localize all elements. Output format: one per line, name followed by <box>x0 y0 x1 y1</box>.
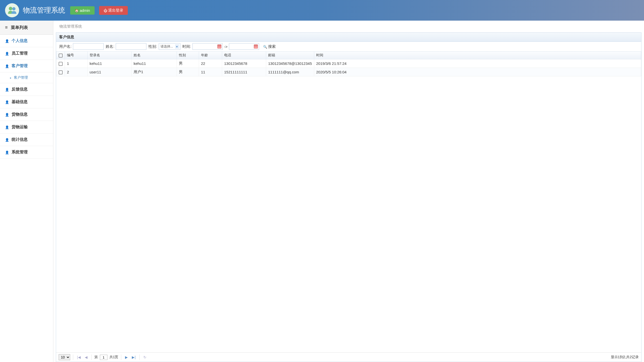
sidebar-item-label: 员工管理 <box>12 51 28 56</box>
col-header[interactable]: 编号 <box>65 52 88 59</box>
cell-phone: 13012345678 <box>222 59 266 68</box>
refresh-button[interactable]: ↻ <box>142 355 147 359</box>
username-input[interactable] <box>73 43 104 50</box>
cell-email: 13012345678@13012345 <box>266 59 314 68</box>
svg-point-1 <box>12 7 16 11</box>
user-icon <box>5 112 9 117</box>
first-page-button[interactable]: |◀ <box>76 355 82 359</box>
cell-time: 2019/3/6 21:57:24 <box>314 59 641 68</box>
col-header[interactable]: 年龄 <box>199 52 222 59</box>
sidebar-item-feedback[interactable]: 反馈信息 <box>0 83 53 96</box>
table-container: 编号 登录名 姓名 性别 年龄 电话 邮箱 时间 1kehu11kehu11男2… <box>56 51 641 352</box>
page-number-input[interactable] <box>100 355 107 360</box>
separator <box>91 354 92 360</box>
panel-title: 客户信息 <box>56 33 641 42</box>
cell-num: 2 <box>65 68 88 76</box>
user-icon <box>5 51 9 56</box>
sidebar-title: 菜单列表 <box>11 25 28 30</box>
col-header[interactable]: 电话 <box>222 52 266 59</box>
date-from-input[interactable] <box>192 43 223 50</box>
chevron-down-icon: ▾ <box>175 44 179 49</box>
gender-select[interactable]: 请选择... ▾ <box>159 43 180 50</box>
search-label: 搜索 <box>268 44 276 49</box>
app-logo <box>5 3 19 17</box>
main-content: 物流管理系统 客户信息 用户名: 姓名: 性别: 请选择... ▾ 时间: <box>53 21 644 362</box>
user-icon <box>5 138 9 142</box>
table-row[interactable]: 1kehu11kehu11男221301234567813012345678@1… <box>56 59 641 68</box>
sidebar-item-label: 统计信息 <box>12 137 28 142</box>
prev-page-button[interactable]: ◀ <box>84 355 89 359</box>
sidebar-item-label: 货物运输 <box>12 124 28 130</box>
svg-point-0 <box>9 7 12 10</box>
sidebar-item-label: 个人信息 <box>12 38 28 43</box>
sidebar-item-personal[interactable]: 个人信息 <box>0 35 53 47</box>
customer-table: 编号 登录名 姓名 性别 年龄 电话 邮箱 时间 1kehu11kehu11男2… <box>56 51 641 76</box>
col-header[interactable]: 性别 <box>177 52 199 59</box>
sidebar-item-transport[interactable]: 货物运输 <box>0 121 53 133</box>
cell-age: 22 <box>199 59 222 68</box>
search-icon <box>263 44 267 49</box>
sidebar-item-label: 基础信息 <box>12 99 28 105</box>
sidebar-item-stats[interactable]: 统计信息 <box>0 133 53 146</box>
pager-summary: 显示1到2,共2记录 <box>611 355 639 359</box>
sidebar-item-basic[interactable]: 基础信息 <box>0 96 53 108</box>
search-button[interactable]: 搜索 <box>263 44 276 49</box>
filter-bar: 用户名: 姓名: 性别: 请选择... ▾ 时间: -> <box>56 42 641 51</box>
cell-name: kehu11 <box>132 59 177 68</box>
admin-label: admin <box>80 8 90 13</box>
select-all-checkbox[interactable] <box>59 54 63 58</box>
page-prefix: 第 <box>94 355 98 359</box>
user-icon <box>5 87 9 92</box>
sidebar-header: 菜单列表 <box>0 21 53 35</box>
gender-label: 性别: <box>148 44 157 49</box>
home-icon <box>75 8 79 13</box>
name-input[interactable] <box>116 43 146 50</box>
separator <box>73 354 73 360</box>
pagination-bar: 10 |◀ ◀ 第 共1页 ▶ ▶| ↻ <box>56 352 641 362</box>
col-header[interactable]: 时间 <box>314 52 641 59</box>
col-header[interactable]: 姓名 <box>132 52 177 59</box>
cell-login: user11 <box>88 68 132 76</box>
date-to-input[interactable] <box>229 43 259 50</box>
cell-time: 2020/5/5 10:26:04 <box>314 68 641 76</box>
user-icon <box>5 125 9 129</box>
logout-button[interactable]: 退出登录 <box>99 6 128 15</box>
cell-phone: 15211111111 <box>222 68 266 76</box>
separator <box>121 354 121 360</box>
last-page-button[interactable]: ▶| <box>131 355 137 359</box>
calendar-icon <box>217 44 221 49</box>
cell-gender: 男 <box>177 59 199 68</box>
sidebar-item-employee[interactable]: 员工管理 <box>0 47 53 60</box>
page-total: 共1页 <box>109 355 118 359</box>
cell-name: 用户1 <box>132 68 177 76</box>
sidebar-item-system[interactable]: 系统管理 <box>0 146 53 159</box>
sidebar-item-goods[interactable]: 货物信息 <box>0 108 53 121</box>
calendar-icon <box>254 44 258 49</box>
cell-age: 11 <box>199 68 222 76</box>
app-header: 物流管理系统 admin 退出登录 <box>0 0 644 21</box>
row-checkbox[interactable] <box>59 70 63 74</box>
caret-right-icon <box>10 76 11 79</box>
row-checkbox[interactable] <box>59 62 63 66</box>
sidebar-item-label: 系统管理 <box>12 150 28 155</box>
sidebar-subitem-customer[interactable]: 客户管理 <box>0 72 53 83</box>
page-size-select[interactable]: 10 <box>59 354 70 360</box>
gender-placeholder: 请选择... <box>160 44 173 49</box>
sidebar-item-customer[interactable]: 客户管理 <box>0 60 53 72</box>
table-row[interactable]: 2user11用户1男11152111111111111111@qq.com20… <box>56 68 641 76</box>
app-title: 物流管理系统 <box>23 6 65 15</box>
next-page-button[interactable]: ▶ <box>124 355 129 359</box>
username-label: 用户名: <box>59 44 71 49</box>
user-icon <box>5 64 9 68</box>
user-icon <box>5 150 9 155</box>
sidebar-item-label: 客户管理 <box>12 63 28 69</box>
admin-button[interactable]: admin <box>70 6 95 15</box>
col-header[interactable]: 邮箱 <box>266 52 314 59</box>
user-icon <box>5 39 9 43</box>
name-label: 姓名: <box>106 44 114 49</box>
separator <box>139 354 140 360</box>
power-icon <box>104 8 107 13</box>
header-checkbox-cell <box>56 52 65 59</box>
sidebar-item-label: 货物信息 <box>12 112 28 117</box>
col-header[interactable]: 登录名 <box>88 52 132 59</box>
